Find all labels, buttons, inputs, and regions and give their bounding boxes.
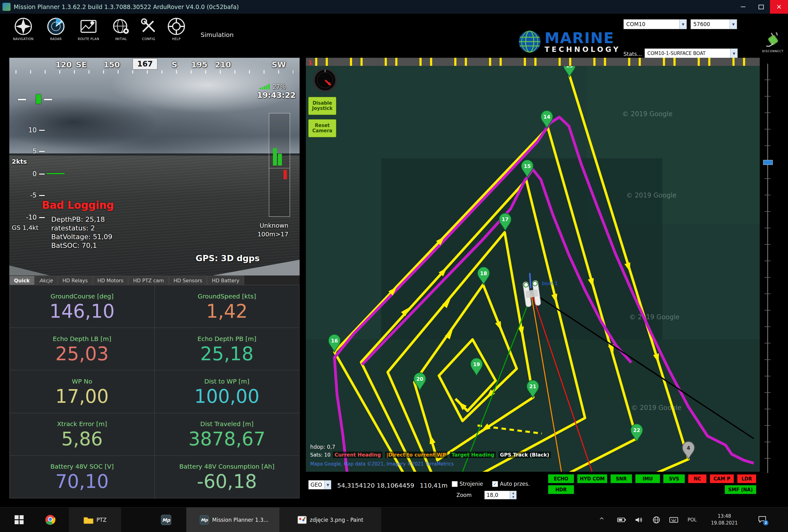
quick-cell[interactable]: WP No 17,00 [9,370,155,413]
tuning-checkbox[interactable]: Strojenie [452,481,483,487]
tab-hd-relays[interactable]: HD Relays [58,276,93,285]
com-port-select[interactable]: COM10 ▼ [624,19,687,29]
autopan-checkbox[interactable]: ✓ Auto przes. [492,481,530,487]
taskbar-clock[interactable]: 13:48 19.08.2021 [704,508,745,532]
language-indicator[interactable]: POL [684,508,700,532]
chevron-down-icon: ▼ [324,480,331,489]
quick-cell[interactable]: Dist Traveled [m] 3878,67 [155,413,300,456]
zoom-spinner[interactable]: ▲▼ [510,491,516,499]
toolbar-help-button[interactable]: HELP [160,16,193,41]
simulation-label: Simulation [201,31,234,39]
heading-tape-ticks [16,70,293,74]
globe-gear-icon [111,16,131,37]
quick-cell[interactable]: Dist to WP [m] 100,00 [155,370,300,413]
toolbar-radar-button[interactable]: RADAR [40,16,72,41]
minimize-button[interactable] [734,0,752,14]
tray-expand-button[interactable]: ^ [595,508,608,532]
compass-instrument [312,67,338,94]
mission-planner-window-button[interactable]: Mp Mission Planner 1.3... [186,508,282,532]
quick-cell[interactable]: Battery 48V Consumption [Ah] -60,18 [155,456,300,498]
volume-icon[interactable] [632,508,646,532]
svg-text:14: 14 [543,114,550,120]
svg-text:Mp: Mp [201,518,208,523]
status-nc[interactable]: NC [688,474,707,483]
app-icon [2,3,11,11]
svg-text:16: 16 [331,338,338,344]
status-smf[interactable]: SMF (NA) [725,485,756,494]
tab-actions[interactable]: Akcje [35,276,57,285]
hud-panel[interactable]: 120 SE 150 167 S 195 210 SW 10 5 0 -5 -1… [9,58,300,275]
scale-value: 0 [18,170,37,178]
checkbox-unchecked-icon [452,481,458,487]
network-globe-icon[interactable] [650,508,663,532]
map-attribution: Mapa Google, Map data ©2021, Imagery ©20… [310,461,454,467]
close-button[interactable] [770,0,788,14]
maximize-button[interactable] [752,0,770,14]
plug-icon [764,30,782,48]
disconnect-button[interactable]: DISCONNECT [760,30,786,53]
start-button[interactable] [9,508,29,532]
status-ldr[interactable]: LDR [737,474,756,483]
taskbar: PTZ Mp Mp Mission Planner 1.3... zdjęcie… [0,507,788,532]
heading-tape-value: SW [272,60,286,69]
paint-icon [297,516,307,524]
baud-rate-select[interactable]: 57600 ▼ [690,19,737,29]
folder-icon [83,516,94,524]
thruster-gauge [269,113,290,217]
stats-label[interactable]: Stats... [624,51,642,57]
legend-gps-track: GPS Track (Black) [498,452,551,458]
status-svs[interactable]: SVS [663,474,685,483]
svg-text:17: 17 [502,216,509,222]
map-legend: Sats: 10 Current Heading |Direct to curr… [310,452,551,458]
chevron-down-icon: ▼ [730,20,737,29]
disable-joystick-button[interactable]: Disable Joystick [308,97,336,115]
map-canvas: © 2019 Google © 2019 Google © 2019 Googl… [306,58,760,472]
map-view[interactable]: © 2019 Google © 2019 Google © 2019 Googl… [306,58,760,472]
quick-cell[interactable]: Xtrack Error [m] 5,86 [9,413,155,456]
explorer-ptz-window-button[interactable]: PTZ [69,508,121,532]
mission-planner-pinned-button[interactable]: Mp [155,508,177,532]
warning-text: Bad Logging [42,199,114,211]
toolbar-navigation-button[interactable]: NAVIGATION [7,16,39,41]
chrome-taskbar-button[interactable] [40,508,60,532]
status-hyd-com[interactable]: HYD COM [577,474,607,483]
quick-cell[interactable]: Echo Depth PB [m] 25,18 [155,328,300,370]
quick-cell[interactable]: Echo Depth LB [m] 25,03 [9,328,155,370]
paint-window-button[interactable]: zdjęcie 3.png - Paint [279,508,381,532]
svg-text:© 2019 Google: © 2019 Google [629,313,679,321]
status-cam-p[interactable]: CAM P [710,474,734,483]
tab-hd-battery[interactable]: HD Battery [207,276,244,285]
status-echo[interactable]: ECHO [548,474,574,483]
notification-center-button[interactable]: 2 [751,508,773,532]
connection-profile-select[interactable]: COM10-1-SURFACE BOAT ▼ [645,48,738,58]
quick-label: GroundCourse [deg] [51,293,114,300]
svg-text:Mp: Mp [162,517,171,523]
mission-planner-icon: Mp [161,515,171,525]
toolbar-route-plan-button[interactable]: ROUTE PLAN [72,16,105,41]
hdop-readout: hdop: 0,7 [310,444,335,450]
map-layer-select[interactable]: GEO ▼ [308,480,331,490]
hud-clock: 19:43:22 [257,91,296,100]
quick-cell[interactable]: GroundSpeed [kts] 1,42 [155,285,300,328]
quick-cell[interactable]: Battery 48V SOC [V] 70,10 [9,456,155,498]
scale-value: -5 [18,192,37,199]
status-hdr[interactable]: HDR [548,485,574,494]
zoom-slider-handle[interactable] [763,160,773,165]
tab-hd-motors[interactable]: HD Motors [93,276,128,285]
zoom-value-input[interactable]: 18,0 ▲▼ [484,491,517,499]
cursor-coordinates: 54,3154120 18,1064459 [337,482,414,489]
keyboard-icon[interactable] [667,508,681,532]
quick-cell[interactable]: GroundCourse [deg] 146,10 [9,285,155,328]
status-imu[interactable]: IMU [635,474,660,483]
clock-date: 19.08.2021 [704,520,745,527]
reset-camera-button[interactable]: Reset Camera [308,119,336,137]
battery-icon[interactable] [615,508,628,532]
zoom-slider-track[interactable] [767,64,768,473]
tab-quick[interactable]: Quick [9,276,35,285]
heading-tape-value: S [172,60,177,69]
tab-hd-sensors[interactable]: HD Sensors [169,276,207,285]
svg-text:© 2019 Google: © 2019 Google [626,191,676,199]
tab-hd-ptz-cam[interactable]: HD PTZ cam [129,276,169,285]
scale-tick [39,217,45,218]
status-snr[interactable]: SNR [610,474,632,483]
